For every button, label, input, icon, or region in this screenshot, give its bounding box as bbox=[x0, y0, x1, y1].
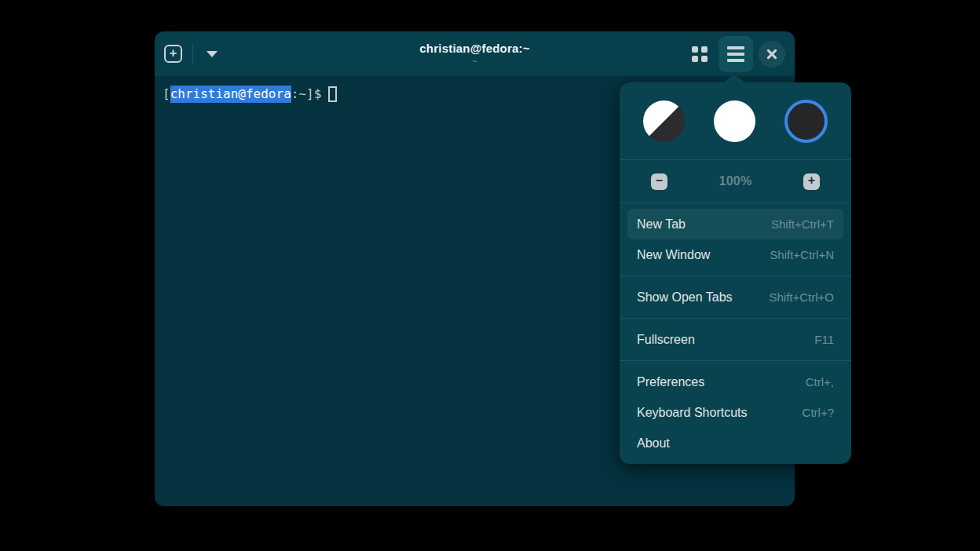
close-button[interactable] bbox=[759, 41, 785, 68]
shortcut-label: F11 bbox=[814, 333, 834, 346]
theme-follow-system-button[interactable] bbox=[643, 100, 685, 142]
shortcut-label: Shift+Ctrl+T bbox=[771, 217, 834, 231]
shortcut-label: Ctrl+? bbox=[803, 406, 834, 419]
menu-item-show-open-tabs[interactable]: Show Open Tabs Shift+Ctrl+O bbox=[627, 282, 843, 312]
main-menu-button[interactable] bbox=[719, 36, 753, 72]
headerbar-controls bbox=[686, 36, 785, 72]
menu-group-app: Preferences Ctrl+, Keyboard Shortcuts Ct… bbox=[620, 361, 851, 464]
headerbar: + christian@fedora:~ ~ bbox=[155, 31, 795, 76]
tab-overview-button[interactable] bbox=[686, 41, 713, 68]
plus-icon: + bbox=[808, 174, 815, 187]
prompt-suffix: :~]$ bbox=[291, 86, 322, 103]
theme-light-button[interactable] bbox=[714, 100, 755, 142]
header-separator bbox=[192, 43, 193, 65]
shortcut-label: Ctrl+, bbox=[806, 375, 834, 389]
menu-item-keyboard-shortcuts[interactable]: Keyboard Shortcuts Ctrl+? bbox=[627, 397, 843, 428]
menu-group-tabs: New Tab Shift+Ctrl+T New Window Shift+Ct… bbox=[620, 203, 851, 276]
zoom-level[interactable]: 100% bbox=[719, 174, 751, 188]
hamburger-icon bbox=[727, 46, 744, 49]
zoom-out-button[interactable]: − bbox=[651, 173, 667, 190]
popover-arrow bbox=[723, 75, 745, 82]
selected-text: christian@fedora bbox=[170, 86, 291, 103]
menu-item-fullscreen[interactable]: Fullscreen F11 bbox=[627, 324, 843, 355]
menu-item-new-window[interactable]: New Window Shift+Ctrl+N bbox=[627, 239, 843, 270]
window-subtitle: ~ bbox=[472, 57, 477, 66]
plus-icon: + bbox=[170, 46, 177, 60]
terminal-cursor bbox=[328, 86, 337, 102]
chevron-down-icon[interactable] bbox=[207, 51, 218, 57]
menu-group-overview: Show Open Tabs Shift+Ctrl+O bbox=[620, 276, 851, 318]
theme-dark-button[interactable] bbox=[784, 100, 828, 143]
menu-group-fullscreen: Fullscreen F11 bbox=[620, 319, 851, 360]
shortcut-label: Shift+Ctrl+N bbox=[770, 248, 834, 261]
tab-overview-grid-icon bbox=[692, 46, 708, 62]
prompt-prefix: [ bbox=[163, 86, 170, 103]
zoom-controls: − 100% + bbox=[620, 160, 851, 203]
menu-item-preferences[interactable]: Preferences Ctrl+, bbox=[627, 367, 843, 397]
new-tab-split-button: + bbox=[164, 43, 221, 65]
main-menu-popover: − 100% + New Tab Shift+Ctrl+T New Window… bbox=[620, 82, 851, 464]
shortcut-label: Shift+Ctrl+O bbox=[769, 290, 834, 304]
zoom-in-button[interactable]: + bbox=[803, 173, 820, 190]
menu-item-new-tab[interactable]: New Tab Shift+Ctrl+T bbox=[627, 209, 843, 239]
new-tab-button[interactable]: + bbox=[164, 45, 182, 63]
window-title: christian@fedora:~ bbox=[419, 42, 529, 55]
minus-icon: − bbox=[656, 174, 663, 187]
menu-item-about[interactable]: About bbox=[627, 428, 843, 458]
theme-selector bbox=[620, 82, 851, 159]
